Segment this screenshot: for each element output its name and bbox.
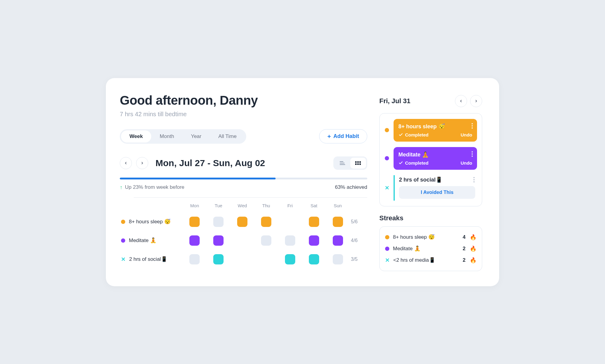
svg-point-9 [472,123,473,124]
bedtime-subtext: 7 hrs 42 mins till bedtime [120,111,367,118]
habit-day-cell[interactable] [208,254,229,264]
habit-day-cell[interactable] [256,217,277,227]
segment-alltime[interactable]: All Time [210,130,245,143]
habit-card[interactable]: 2 hrs of social📱I Avoided This [394,175,477,201]
streak-row: 8+ hours sleep 😴4🔥 [385,231,476,243]
segment-week[interactable]: Week [121,130,151,143]
habit-status: Completed [398,132,429,137]
habit-card-title: 8+ hours sleep 😴 [398,123,472,130]
kebab-icon [472,123,473,129]
habit-card[interactable]: 8+ hours sleep 😴CompletedUndo [394,119,477,142]
habit-dot-icon [385,156,389,160]
habit-day-cell[interactable] [327,235,348,246]
habit-label: 8+ hours sleep 😴 [121,218,182,225]
habit-day-cell[interactable] [303,254,325,264]
streak-row: ✕<2 hrs of media📱2🔥 [385,254,476,266]
streak-label: <2 hrs of media📱 [393,257,435,263]
habit-day-cell[interactable] [303,217,325,227]
habit-label: Meditate 🧘 [121,237,182,244]
range-segmented-control: Week Month Year All Time [120,129,246,144]
svg-rect-6 [355,163,357,165]
fire-icon: 🔥 [470,234,476,241]
date-nav-row: Mon, Jul 27 - Sun, Aug 02 [120,156,367,170]
trend-text: ↑ Up 23% from week before [120,184,185,191]
habit-card[interactable]: Meditate 🧘CompletedUndo [394,147,477,170]
segment-month[interactable]: Month [151,130,182,143]
svg-point-13 [472,153,473,155]
undo-button[interactable]: Undo [461,132,472,137]
habit-day-cell[interactable] [327,254,348,264]
habit-row: ✕2 hrs of social📱3/5 [120,254,367,264]
today-habit-icon [384,147,389,170]
habit-done-square [213,254,224,264]
streak-count: 2 [463,246,466,252]
habit-status: Completed [398,160,429,166]
habit-dot-icon [385,128,389,132]
habit-day-cell[interactable] [303,235,325,246]
plus-icon: + [327,133,331,139]
habit-score: 4/6 [351,238,366,243]
streak-row: Meditate 🧘2🔥 [385,243,476,254]
chevron-right-icon [140,161,144,165]
add-habit-label: Add Habit [333,133,359,139]
trend-label: Up 23% from week before [125,184,185,190]
habit-dot-icon [385,235,389,239]
svg-point-14 [472,156,473,157]
avoided-button[interactable]: I Avoided This [399,186,475,199]
kebab-icon [472,151,473,157]
habit-day-cell[interactable] [208,217,229,227]
habit-card-menu-button[interactable] [472,151,473,158]
kebab-icon [473,177,475,182]
svg-rect-3 [355,161,357,163]
habit-done-square [189,235,200,246]
streaks-title: Streaks [379,214,482,222]
segment-year[interactable]: Year [182,130,210,143]
habit-score: 5/6 [351,219,366,225]
habit-card-menu-button[interactable] [472,123,473,130]
chevron-right-icon [474,99,478,103]
habit-empty-square [261,235,271,246]
habit-card-menu-button[interactable] [473,177,475,184]
habit-day-cell[interactable] [184,235,205,246]
habit-day-cell[interactable] [256,235,277,246]
habit-day-cell[interactable] [184,254,205,264]
day-header: Sat [303,203,325,208]
next-week-button[interactable] [136,157,148,169]
habit-done-square [285,254,295,264]
view-list-button[interactable] [335,158,350,169]
habit-name: Meditate 🧘 [129,237,156,244]
habit-done-square [213,235,224,246]
habit-day-cell[interactable] [184,217,205,227]
streak-label: Meditate 🧘 [393,245,420,252]
next-day-button[interactable] [470,95,482,107]
habit-name: 8+ hours sleep 😴 [129,218,171,225]
habit-dot-icon [385,247,389,251]
svg-rect-4 [357,161,359,163]
undo-button[interactable]: Undo [461,160,472,166]
habit-day-cell[interactable] [279,235,301,246]
svg-point-15 [473,177,475,178]
prev-day-button[interactable] [455,95,467,107]
today-habit-item: 8+ hours sleep 😴CompletedUndo [384,119,477,142]
habit-day-cell[interactable] [327,217,348,227]
add-habit-button[interactable]: + Add Habit [319,129,367,143]
view-grid-button[interactable] [350,158,366,169]
progress-bar [120,178,367,179]
day-header: Tue [208,203,229,208]
habit-empty-square [333,254,343,264]
day-header: Thu [256,203,277,208]
check-icon [398,160,403,165]
today-habit-item: Meditate 🧘CompletedUndo [384,147,477,170]
arrow-up-icon: ↑ [120,184,123,191]
prev-week-button[interactable] [120,157,132,169]
habit-day-cell[interactable] [279,254,301,264]
progress-fill [120,178,276,179]
habit-x-icon: ✕ [385,257,390,264]
greeting-title: Good afternoon, Danny [120,93,367,108]
day-header: Mon [184,203,205,208]
habit-day-cell[interactable] [232,217,253,227]
svg-rect-7 [357,163,359,165]
habit-day-cell[interactable] [208,235,229,246]
table-header-row: Mon Tue Wed Thu Fri Sat Sun [120,203,367,208]
svg-rect-8 [359,163,361,165]
